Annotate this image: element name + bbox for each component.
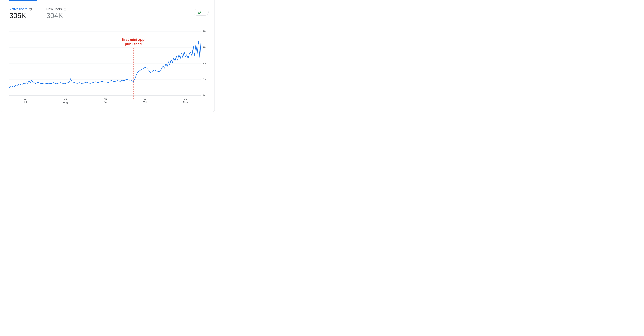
- svg-text:8K: 8K: [203, 30, 206, 33]
- svg-text:01: 01: [64, 97, 67, 100]
- svg-text:01: 01: [24, 97, 26, 100]
- chart-area: 02K4K6K8K01Jul01Aug01Sep01Oct01Nov first…: [10, 30, 210, 106]
- svg-text:01: 01: [144, 97, 146, 100]
- svg-text:2K: 2K: [203, 78, 206, 81]
- svg-text:Nov: Nov: [183, 101, 188, 104]
- metric-active-users[interactable]: Active users 305K: [10, 7, 32, 20]
- metrics-row: Active users 305K New users: [10, 7, 67, 20]
- help-icon[interactable]: [29, 8, 32, 11]
- svg-text:0: 0: [203, 94, 205, 97]
- svg-text:Sep: Sep: [104, 101, 108, 104]
- status-dropdown[interactable]: [194, 9, 208, 16]
- svg-text:Aug: Aug: [63, 101, 68, 104]
- help-icon[interactable]: [63, 8, 67, 11]
- metric-label: New users: [46, 7, 62, 11]
- metric-value: 304K: [46, 12, 67, 20]
- caret-down-icon: [203, 11, 205, 14]
- analytics-card: Active users 305K New users: [0, 0, 215, 112]
- line-chart: 02K4K6K8K01Jul01Aug01Sep01Oct01Nov: [10, 30, 210, 106]
- metric-new-users[interactable]: New users 304K: [46, 7, 67, 20]
- check-circle-icon: [197, 11, 201, 14]
- svg-text:01: 01: [104, 97, 107, 100]
- svg-text:6K: 6K: [203, 46, 206, 49]
- active-tab-indicator: [10, 0, 37, 1]
- svg-text:01: 01: [184, 97, 187, 100]
- metric-value: 305K: [10, 12, 32, 20]
- metric-label: Active users: [10, 7, 27, 11]
- svg-text:4K: 4K: [203, 62, 206, 65]
- svg-text:Oct: Oct: [143, 101, 147, 104]
- svg-text:Jul: Jul: [23, 101, 27, 104]
